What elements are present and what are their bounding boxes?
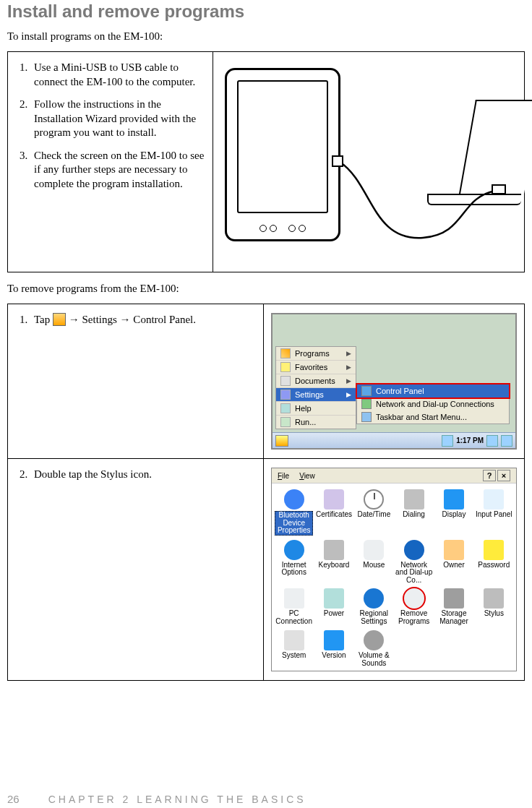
chapter-label: CHAPTER 2 LEARNING THE BASICS xyxy=(48,794,306,805)
menu-help[interactable]: Help xyxy=(276,402,356,416)
display-icon xyxy=(444,489,464,510)
submenu-label: Control Panel xyxy=(376,387,424,395)
cp-icon-clock[interactable]: Date/Time xyxy=(355,489,393,536)
cp-icon-bluetooth[interactable]: Bluetooth Device Properties xyxy=(275,489,313,536)
cp-icon-label: Password xyxy=(478,562,510,577)
submenu-label: Taskbar and Start Menu... xyxy=(376,413,467,421)
desktop-icon[interactable] xyxy=(501,435,512,447)
cp-icon-keyb[interactable]: Keyboard xyxy=(314,540,353,585)
storage-icon xyxy=(444,588,464,609)
cp-icon-label: Owner xyxy=(443,562,464,577)
cp-icon-owner[interactable]: Owner xyxy=(434,540,473,585)
menu-label: Documents xyxy=(295,377,335,385)
tray-icon[interactable] xyxy=(486,435,498,447)
install-intro: To install programs on the EM-100: xyxy=(7,30,525,43)
pcconn-icon xyxy=(284,588,304,609)
cp-icon-label: Power xyxy=(324,610,344,626)
tray-icon[interactable] xyxy=(442,435,453,447)
install-table: Use a Mini-USB to USB cable to connect t… xyxy=(7,51,525,272)
input-icon xyxy=(484,489,504,510)
menu-favorites[interactable]: Favorites▶ xyxy=(276,361,356,374)
page-heading: Install and remove programs xyxy=(7,1,525,22)
start-button[interactable] xyxy=(275,435,288,447)
remove-table: Tap → Settings → Control Panel. Programs… xyxy=(7,304,525,681)
submenu-taskbar[interactable]: Taskbar and Start Menu... xyxy=(357,411,509,424)
install-step-3: Check the screen on the EM-100 to see if… xyxy=(15,149,205,192)
menu-view[interactable]: View xyxy=(299,472,315,480)
help-button[interactable]: ? xyxy=(483,470,496,481)
remove-step1-prefix: Tap xyxy=(34,314,53,325)
install-steps: Use a Mini-USB to USB cable to connect t… xyxy=(15,61,205,191)
cert-icon xyxy=(324,489,344,510)
regional-icon xyxy=(364,588,384,609)
cp-icon-label: PC Connection xyxy=(275,610,313,626)
cp-icon-label: Input Panel xyxy=(476,511,512,527)
remove-intro: To remove programs from the EM-100: xyxy=(7,283,525,295)
start-menu: Programs▶ Favorites▶ Documents▶ Settings… xyxy=(275,346,356,429)
cp-icon-volume[interactable]: Volume & Sounds xyxy=(355,630,393,668)
cp-icon-label: Mouse xyxy=(363,562,385,577)
menubar: File View ? × xyxy=(272,468,516,483)
cp-icon-label: Storage Manager xyxy=(434,610,473,626)
cp-icon-label: Stylus xyxy=(484,610,504,626)
cp-icon-remove[interactable]: Remove Programs xyxy=(395,588,433,626)
remove-step-2: Double tap the Stylus icon. xyxy=(15,468,256,482)
cp-icon-label: Version xyxy=(322,652,346,668)
menu-documents[interactable]: Documents▶ xyxy=(276,374,356,388)
cp-icon-label: Date/Time xyxy=(357,511,390,527)
cp-icon-label: Volume & Sounds xyxy=(355,652,393,668)
stylus-icon xyxy=(484,588,504,609)
cp-icon-stylus[interactable]: Stylus xyxy=(475,588,513,626)
cp-icon-mouse[interactable]: Mouse xyxy=(355,540,393,585)
page-number: 26 xyxy=(7,793,20,805)
cp-icon-version[interactable]: Version xyxy=(314,630,353,668)
cp-icon-regional[interactable]: Regional Settings xyxy=(355,588,393,626)
submenu-network[interactable]: Network and Dial-up Connections xyxy=(357,397,509,411)
cp-icon-pass[interactable]: Password xyxy=(475,540,513,585)
submenu-control-panel[interactable]: Control Panel xyxy=(356,383,510,399)
cp-icon-cert[interactable]: Certificates xyxy=(314,489,353,536)
cp-icon-label: Dialing xyxy=(403,511,425,527)
system-icon xyxy=(284,630,304,650)
cp-icon-label: Remove Programs xyxy=(395,610,433,626)
control-panel-screenshot: File View ? × Bluetooth Device Propertie… xyxy=(271,468,517,671)
menu-settings[interactable]: Settings▶ xyxy=(276,388,356,402)
close-button[interactable]: × xyxy=(497,470,510,481)
remove-step1-suffix: → Settings → Control Panel. xyxy=(69,314,196,325)
start-icon xyxy=(53,313,66,326)
cp-icon-dial[interactable]: Dialing xyxy=(395,489,433,536)
menu-file[interactable]: File xyxy=(278,472,289,480)
cp-icon-label: Certificates xyxy=(316,511,352,527)
device-laptop-illustration xyxy=(220,61,517,263)
volume-icon xyxy=(364,630,384,650)
netw-icon xyxy=(404,540,424,560)
menu-programs[interactable]: Programs▶ xyxy=(276,347,356,361)
cp-icon-internet[interactable]: Internet Options xyxy=(275,540,313,585)
cp-icon-label: Display xyxy=(442,511,466,527)
keyb-icon xyxy=(324,540,344,560)
cp-icon-label: Keyboard xyxy=(319,562,350,577)
cp-icon-storage[interactable]: Storage Manager xyxy=(434,588,473,626)
settings-submenu: Control Panel Network and Dial-up Connec… xyxy=(356,384,510,424)
taskbar-time: 1:17 PM xyxy=(456,437,484,444)
menu-run[interactable]: Run... xyxy=(276,416,356,429)
menu-label: Favorites xyxy=(295,363,327,371)
power-icon xyxy=(324,588,344,609)
cp-icon-pcconn[interactable]: PC Connection xyxy=(275,588,313,626)
menu-label: Run... xyxy=(295,418,316,426)
page-footer: 26 CHAPTER 2 LEARNING THE BASICS xyxy=(7,793,525,805)
cp-icon-input[interactable]: Input Panel xyxy=(475,489,513,536)
cp-icon-power[interactable]: Power xyxy=(314,588,353,626)
start-menu-screenshot: Programs▶ Favorites▶ Documents▶ Settings… xyxy=(271,313,517,450)
mouse-icon xyxy=(364,540,384,560)
cp-icon-label: Regional Settings xyxy=(355,610,393,626)
bluetooth-icon xyxy=(284,489,304,510)
cp-icon-label: Network and Dial-up Co... xyxy=(395,562,433,585)
owner-icon xyxy=(444,540,464,560)
cp-icon-netw[interactable]: Network and Dial-up Co... xyxy=(395,540,433,585)
cp-icon-label: System xyxy=(282,652,306,668)
cp-icon-display[interactable]: Display xyxy=(434,489,473,536)
submenu-label: Network and Dial-up Connections xyxy=(376,400,494,408)
taskbar: 1:17 PM xyxy=(273,432,515,448)
cp-icon-system[interactable]: System xyxy=(275,630,313,668)
